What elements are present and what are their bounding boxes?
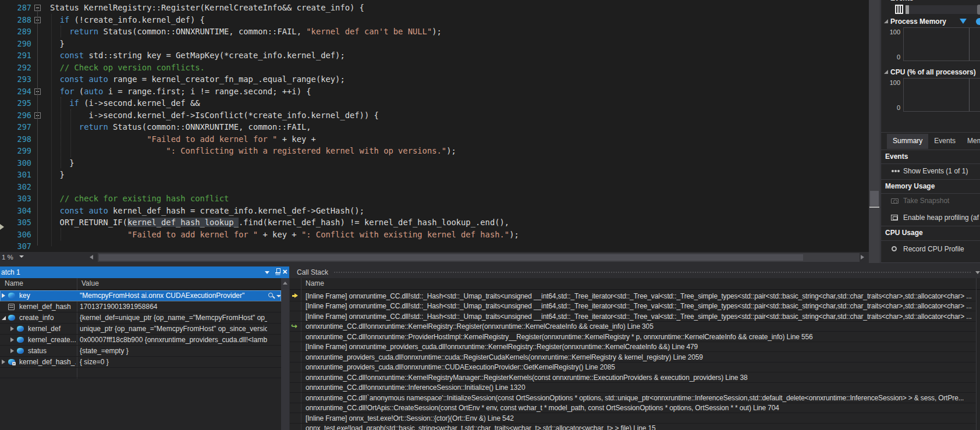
collapse-triangle-icon[interactable] [884,19,888,23]
cpu-section-label: CPU (% of all processors) [884,68,976,76]
code-editor[interactable]: 287Status KernelRegistry::Register(Kerne… [0,0,869,252]
name-column-header[interactable]: Name [306,279,324,287]
scrollbar-thumb[interactable] [99,254,803,261]
window-menu-chevron-icon[interactable] [265,271,269,274]
callstack-row[interactable]: [Inline Frame] onnxruntime_CC.dll!std::_… [290,291,976,301]
code-line[interactable]: 292 // Check op version conflicts. [0,62,869,74]
watch-row[interactable]: status{state_=empty } [0,346,281,357]
line-number: 300 [0,157,31,169]
watch-name: key [19,292,76,300]
watch-empty-row[interactable] [0,367,281,378]
callstack-row[interactable]: [Inline Frame] onnxruntime_providers_cud… [290,342,976,353]
callstack-row[interactable]: onnx_test.exe!load_graph(std::basic_stri… [290,424,976,430]
collapse-triangle-icon[interactable] [884,70,888,74]
code-line[interactable]: 294 for (auto i = range.first; i != rang… [0,86,869,98]
watch-row[interactable]: kernel_defunique_ptr {op_name_="MemcpyFr… [0,324,281,335]
expander-collapsed-icon[interactable] [2,360,5,364]
editor-vertical-scrollbar[interactable] [869,0,880,263]
code-line[interactable]: 288 if (!create_info.kernel_def) { [0,14,869,26]
callstack-row[interactable]: [Inline Frame] onnxruntime_CC.dll!std::_… [290,311,976,322]
watch-row[interactable]: kernel_create...0x00007fff18c8b900 {onnx… [0,335,281,346]
tab-summary[interactable]: Summary [887,134,928,149]
axis-max-label: 100 [883,79,900,86]
editor-horizontal-scrollbar[interactable] [98,253,860,262]
code-line[interactable]: 300 } [0,157,869,169]
tab-events[interactable]: Events [928,134,961,149]
pin-icon[interactable] [275,268,281,276]
callstack-row[interactable]: onnxruntime_CC.dll!onnxruntime::Inferenc… [290,383,976,393]
timeline-scroll-thumb[interactable] [977,5,980,15]
indent-guide [61,26,61,37]
code-line[interactable]: 290 } [0,38,869,50]
scrollbar-thumb[interactable] [870,191,879,206]
code-token: + key + [277,134,315,144]
current-statement-arrow-icon [292,294,296,298]
record-icon [892,246,897,251]
diag-item-record-cpu-profile[interactable]: Record CPU Profile [890,244,980,255]
callstack-row[interactable]: onnxruntime_CC.dll!`anonymous namespace'… [290,393,976,403]
watch-title-bar[interactable]: atch 1 ✕ [0,266,289,278]
highlighted-symbol: kernel_def_hash_lookup_ [127,218,239,227]
code-text: // Check op version conflicts. [50,62,205,74]
watch-row[interactable]: kernel_def_hash_...{ size=0 } [0,357,281,368]
callstack-row[interactable]: onnxruntime_providers_cuda.dll!onnxrunti… [290,363,976,373]
events-timeline-track[interactable] [906,5,980,14]
watch-row[interactable]: create_info{kernel_def=unique_ptr {op_na… [0,312,281,324]
call-stack-title-bar[interactable]: Call Stack [290,266,980,278]
code-text: "Failed to add kernel for " + key + [50,133,316,145]
code-line[interactable]: 303 // check for existing hash conflict [0,193,869,205]
code-line[interactable]: 298 "Failed to add kernel for " + key + [0,133,869,145]
name-column-divider[interactable] [976,278,977,430]
callstack-row[interactable]: onnxruntime_CC.dll!onnxruntime::Provider… [290,332,976,342]
code-line[interactable]: 304 const auto kernel_def_hash = create_… [0,205,869,217]
close-icon[interactable]: ✕ [282,268,289,276]
scroll-left-arrow-icon[interactable] [90,255,93,260]
callstack-row[interactable]: onnxruntime_providers_cuda.dll!onnxrunti… [290,352,976,363]
value-column-header[interactable]: Value [81,279,99,287]
watch-value: { size=0 } [80,358,267,366]
code-line[interactable]: 293 const auto range = kernel_creator_fn… [0,73,869,86]
code-text: const auto kernel_def_hash = create_info… [50,205,364,217]
expander-expanded-icon[interactable] [2,316,6,320]
code-line[interactable]: 301 } [0,169,869,181]
watch-name: create_info [19,314,76,322]
magnifier-icon[interactable] [268,293,273,297]
code-line[interactable]: 299 ": Conflicting with a registered ker… [0,145,869,157]
watch-row[interactable]: kernel_def_hash17013719001391958864 [0,301,281,312]
name-column-header[interactable]: Name [5,279,23,287]
code-line[interactable]: 295 if (i->second.kernel_def && [0,97,869,109]
tab-memory[interactable]: Memory [961,134,980,149]
code-line[interactable]: 305 ORT_RETURN_IF(kernel_def_hash_lookup… [0,216,869,229]
callstack-row[interactable]: [Inline Frame] onnx_test.exe!Ort::Sessio… [290,413,976,424]
expander-collapsed-icon[interactable] [10,326,14,331]
divider [881,240,980,241]
callstack-row[interactable]: onnxruntime_CC.dll!onnxruntime::KernelRe… [290,372,976,383]
expander-collapsed-icon[interactable] [2,293,5,298]
scroll-up-arrow-icon[interactable] [283,282,287,285]
active-frame-arrow-icon: ↪ [291,322,297,331]
expander-collapsed-icon[interactable] [10,349,14,353]
watch-vertical-scrollbar[interactable] [281,278,289,430]
editor-zoom-dropdown[interactable]: 1 % [0,253,28,262]
value-visualizer-chevron-icon[interactable] [276,295,281,297]
diag-item-show-events-1-of-1[interactable]: Show Events (1 of 1) [890,166,980,177]
diagnostics-tab-bar: SummaryEventsMemory [887,134,980,149]
code-line[interactable]: 306 "Failed to add kernel for " + key + … [0,229,869,241]
code-line[interactable]: 289 return Status(common::ONNXRUNTIME, c… [0,26,869,38]
code-line[interactable]: 287Status KernelRegistry::Register(Kerne… [0,2,869,14]
expander-collapsed-icon[interactable] [10,337,14,342]
scroll-right-arrow-icon[interactable] [861,255,864,260]
code-line[interactable]: 307 [0,240,869,252]
code-line[interactable]: 296 i->second.kernel_def->IsConflict(*cr… [0,109,869,122]
callstack-row[interactable]: [Inline Frame] onnxruntime_CC.dll!std::_… [290,301,976,312]
callstack-row[interactable]: ↪onnxruntime_CC.dll!onnxruntime::KernelR… [290,322,976,332]
timeline-thumb[interactable] [906,5,909,14]
code-line[interactable]: 297 return Status(common::ONNXRUNTIME, c… [0,121,869,133]
code-line[interactable]: 302 [0,181,869,193]
watch-row[interactable]: key"MemcpyFromHost ai.onnx CUDAExecution… [0,290,281,301]
code-token: std::string key = GetMapKey(*create_info… [84,51,345,60]
callstack-row[interactable]: onnxruntime_CC.dll!OrtApis::CreateSessio… [290,403,976,414]
window-menu-chevron-icon[interactable] [975,271,980,274]
diag-item-enable-heap-profiling-af[interactable]: Enable heap profiling (af [890,213,980,223]
code-line[interactable]: 291 const std::string key = GetMapKey(*c… [0,49,869,62]
